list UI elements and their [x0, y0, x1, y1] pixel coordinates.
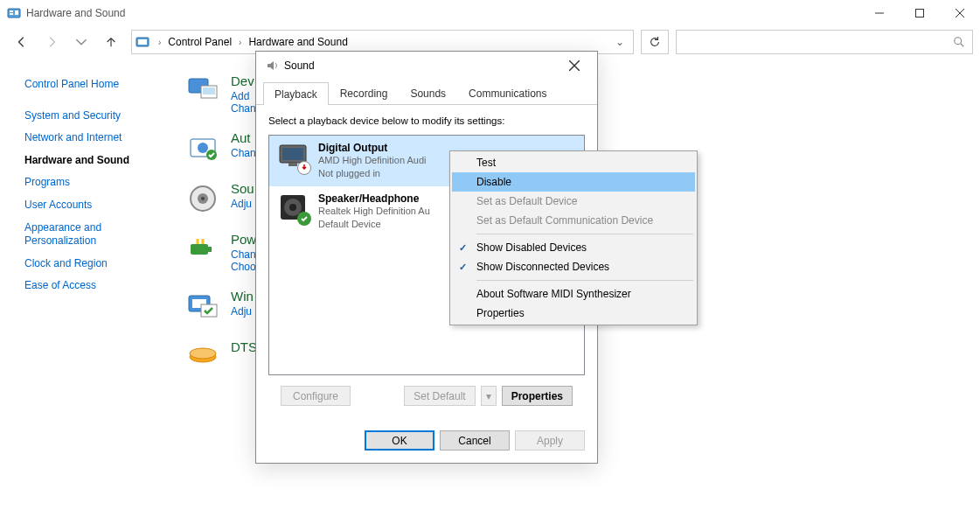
window-title: Hardware and Sound [26, 7, 125, 19]
category-icon [185, 232, 220, 267]
menu-separator [476, 234, 693, 234]
category-row: DTS [185, 339, 257, 374]
device-name: Digital Output [318, 142, 427, 154]
sidebar-link[interactable]: Appearance and Personalization [24, 217, 175, 253]
cancel-button[interactable]: Cancel [440, 430, 510, 451]
control-panel-icon [7, 6, 21, 20]
sidebar-link[interactable]: Clock and Region [24, 253, 175, 276]
dialog-tab[interactable]: Recording [329, 81, 400, 104]
svg-rect-22 [208, 247, 212, 252]
ok-button[interactable]: OK [365, 430, 434, 451]
search-icon [953, 36, 965, 48]
menu-separator [476, 280, 693, 281]
set-default-dropdown[interactable]: ▾ [481, 386, 497, 406]
context-menu-item[interactable]: Show Disconnected Devices [452, 257, 695, 276]
svg-point-16 [198, 143, 208, 153]
chevron-down-icon[interactable]: ⌄ [350, 36, 629, 48]
breadcrumb-item[interactable]: Hardware and Sound [247, 36, 349, 48]
dialog-tab[interactable]: Communications [457, 81, 558, 104]
dialog-tabs: PlaybackRecordingSoundsCommunications [256, 81, 597, 105]
category-title[interactable]: Pow [231, 232, 256, 247]
device-status: Not plugged in [318, 167, 427, 180]
back-button[interactable] [9, 29, 35, 55]
svg-point-10 [955, 38, 962, 45]
category-links[interactable]: AddChan [231, 90, 256, 115]
svg-rect-5 [916, 10, 924, 17]
category-title[interactable]: Aut [231, 130, 256, 145]
sidebar-link[interactable]: Ease of Access [24, 275, 175, 297]
svg-rect-32 [288, 163, 297, 166]
category-icon [185, 73, 220, 108]
maximize-button[interactable] [900, 0, 940, 26]
category-icon [185, 289, 220, 324]
up-button[interactable] [98, 29, 124, 55]
svg-point-27 [190, 348, 216, 359]
context-menu-item[interactable]: Disable [452, 172, 695, 192]
context-menu-item: Set as Default Device [452, 192, 695, 211]
dialog-tab[interactable]: Playback [263, 82, 329, 105]
context-menu-item[interactable]: Properties [452, 304, 695, 323]
dialog-tab[interactable]: Sounds [399, 81, 457, 104]
dialog-close-button[interactable] [557, 54, 592, 77]
content-area: DevAddChanAutChanSouAdjuPowChanChooWinAd… [175, 58, 257, 390]
category-row: SouAdju [185, 181, 257, 216]
breadcrumb-item[interactable]: Control Panel [166, 36, 233, 48]
unplugged-icon [297, 161, 311, 175]
svg-line-11 [961, 44, 964, 47]
category-links[interactable]: Chan [231, 147, 256, 159]
close-button[interactable] [940, 0, 980, 26]
svg-rect-9 [138, 39, 147, 45]
svg-rect-1 [10, 10, 13, 12]
context-menu-item[interactable]: Show Disabled Devices [452, 238, 695, 257]
recent-dropdown[interactable] [68, 29, 94, 55]
sidebar-link[interactable]: User Accounts [24, 194, 175, 217]
forward-button[interactable] [38, 29, 65, 55]
sidebar-link[interactable]: Control Panel Home [24, 73, 175, 96]
category-links[interactable]: Adju [231, 305, 254, 318]
device-driver: AMD High Definition Audi [318, 154, 427, 167]
properties-button[interactable]: Properties [502, 386, 573, 406]
category-title[interactable]: Win [231, 289, 254, 304]
category-title[interactable]: Sou [231, 181, 254, 196]
default-check-icon [297, 212, 311, 226]
device-status: Default Device [318, 218, 430, 231]
sidebar-link[interactable]: System and Security [24, 105, 175, 128]
sidebar-link[interactable]: Network and Internet [24, 127, 175, 150]
sidebar: Control Panel HomeSystem and SecurityNet… [0, 58, 175, 390]
breadcrumb-icon [136, 35, 149, 49]
category-links[interactable]: Adju [231, 198, 254, 210]
category-row: DevAddChan [185, 73, 257, 115]
chevron-right-icon: › [153, 38, 166, 47]
dialog-hint: Select a playback device below to modify… [268, 115, 585, 126]
svg-rect-31 [282, 148, 303, 160]
refresh-button[interactable] [641, 30, 669, 54]
category-icon [185, 130, 220, 165]
category-row: WinAdju [185, 289, 257, 324]
configure-button[interactable]: Configure [281, 386, 351, 406]
sound-icon [265, 59, 279, 73]
svg-point-35 [289, 204, 296, 211]
sidebar-link[interactable]: Programs [24, 171, 175, 194]
minimize-button[interactable] [859, 0, 900, 26]
context-menu-item[interactable]: About Software MIDI Synthesizer [452, 284, 695, 304]
window-controls [859, 0, 980, 26]
search-input[interactable] [676, 30, 973, 54]
set-default-button[interactable]: Set Default [404, 386, 475, 406]
context-menu-item[interactable]: Test [452, 153, 695, 172]
device-driver: Realtek High Definition Au [318, 205, 430, 218]
chevron-right-icon: › [233, 38, 247, 47]
category-title[interactable]: DTS [231, 339, 257, 354]
sidebar-link[interactable]: Hardware and Sound [24, 150, 175, 172]
device-name: Speaker/Headphone [318, 192, 430, 205]
dialog-titlebar[interactable]: Sound [256, 52, 597, 80]
category-icon [185, 339, 220, 374]
category-row: AutChan [185, 130, 257, 165]
dialog-title: Sound [284, 59, 315, 72]
titlebar: Hardware and Sound [0, 0, 980, 26]
category-links[interactable]: ChanChoo [231, 248, 256, 273]
svg-point-20 [201, 197, 205, 200]
category-title[interactable]: Dev [231, 73, 256, 88]
context-menu: TestDisableSet as Default DeviceSet as D… [449, 150, 698, 325]
apply-button[interactable]: Apply [515, 430, 585, 451]
svg-rect-3 [15, 10, 18, 15]
